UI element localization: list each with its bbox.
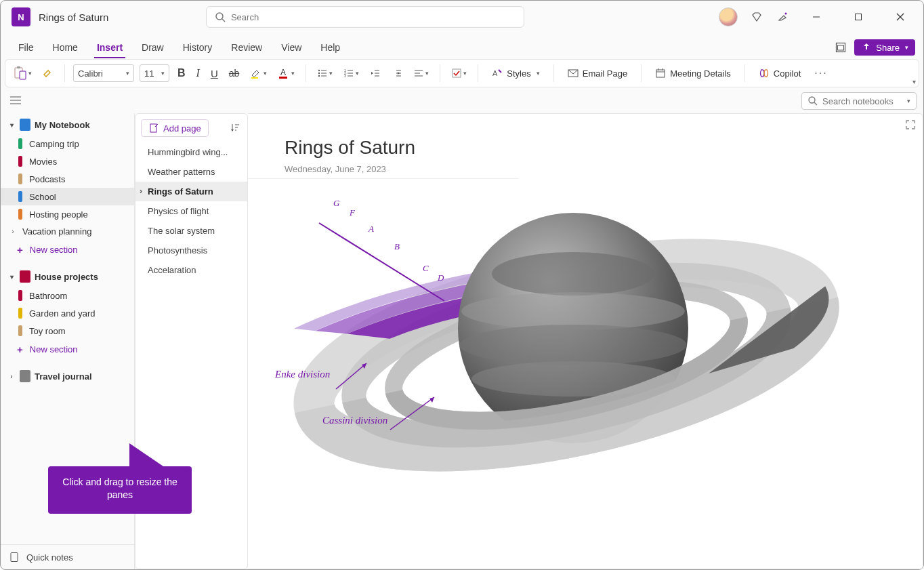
menu-help[interactable]: Help (311, 39, 350, 58)
section-label: Movies (29, 157, 57, 167)
svg-rect-14 (279, 77, 287, 79)
menu-home[interactable]: Home (43, 39, 87, 58)
svg-rect-8 (838, 45, 844, 50)
svg-line-1 (222, 19, 225, 22)
page-row[interactable]: Accelaration (135, 260, 247, 280)
quick-notes-button[interactable]: Quick notes (1, 544, 134, 569)
section-row[interactable]: Toy room (1, 322, 134, 340)
font-color-button[interactable]: A▾ (275, 63, 297, 83)
notebook-title: House projects (35, 272, 98, 282)
section-row[interactable]: School (1, 188, 134, 205)
premium-icon[interactable] (750, 12, 763, 22)
new-section-button[interactable]: +New section (1, 340, 134, 359)
search-notebooks-input[interactable]: Search notebooks ▾ (801, 92, 917, 110)
page-row[interactable]: Photosynthesis (135, 241, 247, 260)
italic-button[interactable]: I (194, 63, 203, 83)
page-row[interactable]: Hummingbird wing... (135, 142, 247, 162)
bullets-button[interactable]: ▾ (314, 63, 335, 83)
nav-toggle-button[interactable] (7, 95, 24, 108)
search-input[interactable]: Search (206, 6, 524, 28)
search-icon (807, 96, 818, 106)
section-row[interactable]: Movies (1, 152, 134, 170)
section-row[interactable]: Hosting people (1, 205, 134, 223)
page-row[interactable]: Rings of Saturn (135, 182, 247, 201)
more-commands-button[interactable]: ··· (812, 63, 830, 83)
menu-draw[interactable]: Draw (132, 39, 173, 58)
new-section-button[interactable]: +New section (1, 240, 134, 260)
section-row[interactable]: Camping trip (1, 135, 134, 152)
svg-point-48 (809, 97, 815, 103)
section-label: Bathroom (29, 291, 67, 301)
section-row[interactable]: Garden and yard (1, 304, 134, 322)
page-content: G F A B C D Enke division Cassini divisi… (248, 179, 923, 558)
outdent-button[interactable] (367, 63, 383, 83)
section-row[interactable]: Bathroom (1, 287, 134, 304)
menu-view[interactable]: View (272, 39, 311, 58)
svg-point-0 (216, 13, 223, 20)
menu-file[interactable]: File (9, 39, 43, 58)
section-color-swatch (18, 174, 22, 184)
chevron-down-icon: ▾ (354, 70, 359, 77)
svg-point-62 (492, 252, 654, 296)
svg-point-63 (461, 292, 685, 330)
menu-insert[interactable]: Insert (87, 39, 132, 58)
font-size-select[interactable]: 11▾ (140, 64, 169, 82)
page-row[interactable]: Physics of flight (135, 201, 247, 221)
copilot-button[interactable]: Copilot (753, 63, 806, 83)
bold-button[interactable]: B (175, 63, 188, 83)
styles-button[interactable]: AStyles▾ (486, 63, 545, 83)
minimize-button[interactable] (801, 7, 831, 27)
ring-label-c: C (423, 263, 429, 274)
menu-history[interactable]: History (173, 39, 222, 58)
document-title: Rings of Saturn (39, 12, 108, 23)
meeting-details-button[interactable]: Meeting Details (650, 63, 736, 83)
sort-pages-button[interactable] (228, 121, 242, 136)
coming-soon-icon[interactable] (776, 12, 789, 22)
add-page-button[interactable]: Add page (141, 119, 209, 137)
ribbon-expand-button[interactable]: ▾ (912, 78, 916, 85)
email-page-button[interactable]: Email Page (562, 63, 633, 83)
user-avatar[interactable] (719, 7, 738, 26)
section-group-row[interactable]: ›Vacation planning (1, 223, 134, 240)
menu-review[interactable]: Review (222, 39, 272, 58)
page-row[interactable]: The solar system (135, 221, 247, 241)
section-row[interactable]: Podcasts (1, 170, 134, 188)
chevron-right-icon: › (7, 373, 16, 380)
paste-button[interactable]: ▾ (11, 63, 35, 83)
highlight-button[interactable]: ▾ (247, 63, 270, 83)
svg-marker-54 (231, 129, 234, 131)
notebook-header[interactable]: ▾ House projects (1, 266, 134, 287)
notebook-header[interactable]: › Travel journal (1, 366, 134, 386)
expand-canvas-button[interactable] (905, 119, 916, 132)
chevron-down-icon: ▾ (424, 70, 429, 77)
ring-label-g: G (333, 198, 339, 209)
section-color-swatch (18, 308, 22, 319)
font-name-select[interactable]: Calibri▾ (73, 64, 134, 82)
section-label: Podcasts (29, 174, 65, 184)
strikethrough-button[interactable]: ab (226, 63, 243, 83)
chevron-down-icon: ▾ (160, 70, 165, 77)
open-in-window-icon[interactable] (834, 41, 847, 54)
page-canvas[interactable]: Rings of Saturn Wednesday, June 7, 2023 (248, 113, 923, 569)
share-button[interactable]: Share ▾ (854, 39, 915, 56)
utility-bar: Search notebooks ▾ (1, 91, 923, 113)
numbering-button[interactable]: 123▾ (341, 63, 362, 83)
underline-button[interactable]: U (208, 63, 221, 83)
plus-icon: + (17, 244, 23, 256)
section-label: Vacation planning (22, 226, 91, 237)
section-color-swatch (18, 209, 22, 220)
section-color-swatch (18, 290, 22, 301)
tag-button[interactable]: ▾ (448, 63, 469, 83)
notebook-header[interactable]: ▾ My Notebook (1, 115, 134, 135)
svg-rect-50 (11, 553, 18, 562)
ring-label-d: D (438, 272, 444, 283)
chevron-down-icon: ▾ (27, 70, 32, 77)
svg-rect-41 (656, 70, 665, 77)
page-row[interactable]: Weather patterns (135, 162, 247, 182)
align-button[interactable]: ▾ (411, 63, 432, 83)
format-painter-button[interactable] (40, 63, 56, 83)
close-button[interactable] (885, 7, 915, 27)
maximize-button[interactable] (843, 7, 873, 27)
page-title[interactable]: Rings of Saturn (248, 114, 923, 159)
indent-button[interactable] (389, 63, 405, 83)
